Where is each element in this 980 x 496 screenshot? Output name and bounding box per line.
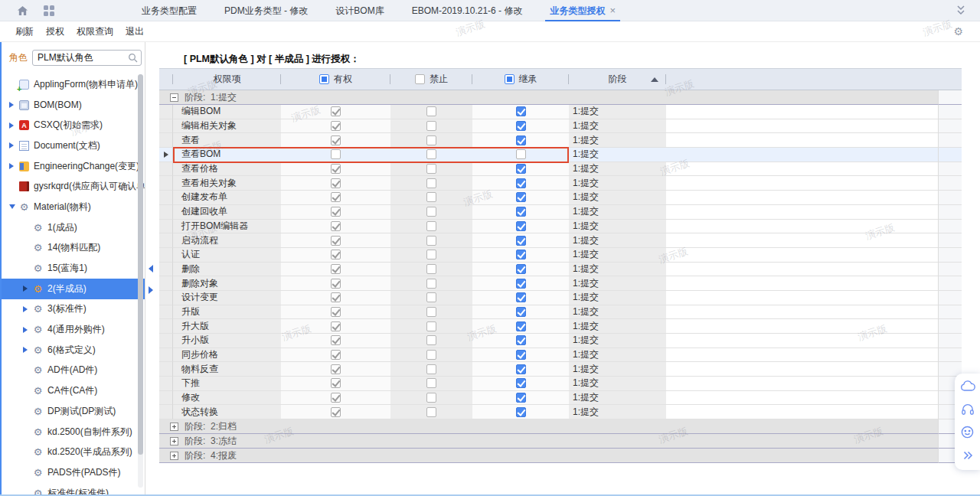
forbid-checkbox-off[interactable]	[426, 292, 436, 302]
gear-icon[interactable]: ⚙	[953, 26, 963, 37]
stage-group-header[interactable]: 阶段: 4:报废	[159, 449, 938, 463]
toolbar-button-1[interactable]: 刷新	[15, 25, 34, 38]
tree-item[interactable]: ⚙14(物料匹配)	[2, 238, 145, 259]
permission-row[interactable]: 查看相关对象1:提交	[159, 176, 962, 191]
tree-item[interactable]: ⚙DP测试(DP测试)	[2, 401, 145, 422]
inherit-checkbox-blue-check[interactable]	[516, 207, 526, 217]
tree-item[interactable]: ⚙6(格式定义)	[2, 340, 145, 361]
tree-item[interactable]: ⚙标准件(标准件)	[2, 483, 145, 494]
forbid-checkbox-off[interactable]	[426, 164, 436, 174]
tab-close-icon[interactable]: ×	[609, 0, 616, 21]
stage-group-header[interactable]: 阶段: 3:冻结	[159, 434, 938, 449]
inherit-checkbox-blue-check[interactable]	[516, 135, 526, 145]
own-checkbox-gray-check[interactable]	[331, 106, 341, 116]
smiley-icon[interactable]	[961, 426, 974, 442]
inherit-checkbox-blue-check[interactable]	[516, 264, 526, 274]
permission-row[interactable]: 修改1:提交	[159, 391, 962, 406]
inherit-checkbox-blue-check[interactable]	[516, 335, 526, 345]
inherit-checkbox-blue-check[interactable]	[516, 121, 526, 131]
column-header-inherit[interactable]: 继承	[472, 69, 569, 90]
column-header-stage[interactable]: 阶段	[569, 69, 666, 90]
expander-right-icon[interactable]	[9, 122, 18, 129]
own-checkbox-gray-check[interactable]	[331, 121, 341, 131]
permission-row[interactable]: 查看BOM1:提交	[159, 148, 962, 162]
inherit-checkbox-blue-check[interactable]	[516, 279, 526, 289]
expand-group-icon[interactable]	[170, 437, 178, 445]
tree-item[interactable]: ⚙PADS件(PADS件)	[2, 462, 145, 483]
forbid-checkbox-off[interactable]	[426, 250, 436, 259]
expand-group-icon[interactable]	[170, 423, 178, 431]
tab-1[interactable]: 业务类型配置	[142, 0, 197, 21]
own-checkbox-gray-check[interactable]	[331, 335, 341, 345]
inherit-checkbox-blue-check[interactable]	[516, 393, 526, 403]
inherit-checkbox-blue-check[interactable]	[516, 192, 526, 202]
inherit-checkbox-blue-check[interactable]	[516, 407, 526, 417]
own-header-checkbox-indeterminate[interactable]	[319, 74, 329, 84]
permission-row[interactable]: 创建发布单1:提交	[159, 191, 962, 205]
collapse-group-icon[interactable]	[170, 93, 178, 102]
tree-item[interactable]: ⚙kd.2520(半成品系列)	[2, 442, 145, 462]
tree-item[interactable]: ⚙2(半成品)	[2, 279, 145, 299]
tree-item[interactable]: ⚙3(标准件)	[2, 299, 145, 320]
inherit-checkbox-blue-check[interactable]	[516, 221, 526, 231]
permission-row[interactable]: 删除对象1:提交	[159, 276, 962, 291]
inherit-checkbox-blue-check[interactable]	[516, 378, 526, 388]
expander-right-icon[interactable]	[9, 102, 18, 108]
permission-row[interactable]: 同步价格1:提交	[159, 348, 962, 363]
forbid-checkbox-off[interactable]	[426, 236, 436, 246]
tree-item[interactable]: ⚙kd.2500(自制件系列)	[2, 422, 145, 442]
forbid-checkbox-off[interactable]	[426, 335, 436, 345]
own-checkbox-gray-check[interactable]	[331, 292, 341, 302]
inherit-checkbox-blue-check[interactable]	[516, 106, 526, 116]
tree-item[interactable]: ⚙Material(物料)	[2, 197, 145, 217]
role-search-input[interactable]: PLM默认角色	[32, 50, 142, 66]
own-checkbox-gray-check[interactable]	[331, 378, 341, 388]
permission-row[interactable]: 查看价格1:提交	[159, 162, 962, 177]
own-checkbox-gray-check[interactable]	[331, 135, 341, 145]
permission-row[interactable]: 打开BOM编辑器1:提交	[159, 220, 962, 234]
forbid-checkbox-off[interactable]	[426, 264, 436, 274]
tree-item[interactable]: ⚙CA件(CA件)	[2, 380, 145, 401]
toolbar-button-3[interactable]: 权限查询	[77, 25, 113, 38]
tree-item[interactable]: ⚙15(蓝海1)	[2, 258, 145, 279]
inherit-checkbox-blue-check[interactable]	[516, 307, 526, 317]
sidebar-scrollbar[interactable]	[138, 74, 143, 488]
inherit-checkbox-blue-check[interactable]	[516, 321, 526, 331]
forbid-checkbox-off[interactable]	[426, 307, 436, 317]
own-checkbox-gray-check[interactable]	[331, 407, 341, 417]
panel-splitter[interactable]	[145, 42, 159, 494]
tree-item[interactable]: ApplingForm(物料申请单)	[2, 74, 145, 95]
expander-right-icon[interactable]	[9, 142, 18, 148]
tree-item[interactable]: ⚙1(成品)	[2, 217, 145, 238]
expander-right-icon[interactable]	[23, 327, 32, 333]
cloud-icon[interactable]	[960, 380, 975, 395]
column-header-own[interactable]: 有权	[281, 69, 390, 90]
forbid-checkbox-off[interactable]	[426, 393, 436, 403]
search-icon[interactable]	[128, 53, 138, 65]
forbid-header-checkbox-off[interactable]	[415, 74, 425, 84]
tree-item[interactable]: EngineeringChange(变更)	[2, 156, 145, 177]
inherit-checkbox-blue-check[interactable]	[516, 364, 526, 374]
inherit-checkbox-blue-check[interactable]	[516, 250, 526, 259]
permission-row[interactable]: 升版1:提交	[159, 305, 962, 320]
column-header-perm[interactable]: 权限项	[173, 69, 281, 90]
forbid-checkbox-off[interactable]	[426, 207, 436, 217]
forbid-checkbox-off[interactable]	[426, 178, 436, 188]
collapse-right-icon[interactable]	[149, 286, 153, 294]
expand-group-icon[interactable]	[170, 452, 178, 460]
forbid-checkbox-off[interactable]	[426, 121, 436, 131]
own-checkbox-gray-check[interactable]	[331, 164, 341, 174]
expander-right-icon[interactable]	[23, 306, 32, 312]
permission-row[interactable]: 启动流程1:提交	[159, 233, 962, 248]
inherit-checkbox-blue-check[interactable]	[516, 178, 526, 188]
headset-icon[interactable]	[961, 403, 975, 419]
own-checkbox-gray-check[interactable]	[331, 236, 341, 246]
stage-group-header[interactable]: 阶段: 2:归档	[159, 419, 938, 434]
own-checkbox-gray-check[interactable]	[331, 350, 341, 360]
own-checkbox-gray-check[interactable]	[331, 364, 341, 374]
own-checkbox-gray-check[interactable]	[331, 207, 341, 217]
permission-row[interactable]: 删除1:提交	[159, 263, 962, 277]
own-checkbox-gray-check[interactable]	[331, 279, 341, 289]
permission-row[interactable]: 升小版1:提交	[159, 334, 962, 348]
tree-item[interactable]: ACSXQ(初始需求)	[2, 115, 145, 135]
